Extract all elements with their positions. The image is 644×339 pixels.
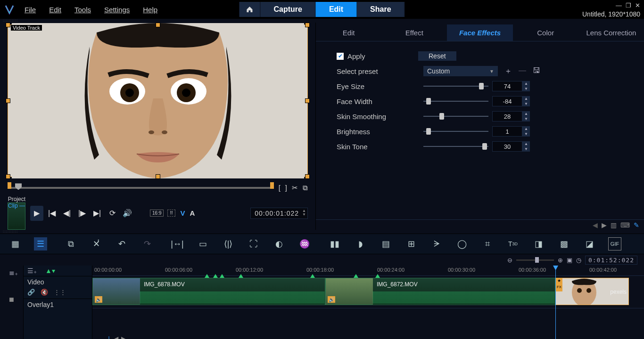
timeline-view-icon[interactable]: ☰ bbox=[34, 237, 47, 250]
transform-handle[interactable] bbox=[305, 98, 310, 103]
video-toggle[interactable]: V bbox=[180, 209, 185, 217]
track-add-icon[interactable]: ☰₊ bbox=[27, 267, 37, 274]
step-fwd-button[interactable]: |▶ bbox=[75, 206, 89, 221]
timecode-spinner[interactable]: ▲▼ bbox=[302, 209, 306, 217]
face-width-value[interactable]: -84 bbox=[492, 96, 522, 106]
add-preset-icon[interactable]: ＋ bbox=[504, 66, 512, 76]
tab-prop-edit[interactable]: Edit bbox=[316, 24, 381, 41]
transform-handle[interactable] bbox=[305, 174, 310, 179]
grid-icon[interactable]: ⊞ bbox=[405, 237, 418, 250]
mask-icon[interactable]: ◨ bbox=[532, 237, 545, 250]
scroll-right-icon[interactable]: ▶ bbox=[121, 335, 125, 339]
camera-icon[interactable]: ■ bbox=[9, 295, 14, 305]
tab-share[interactable]: Share bbox=[357, 2, 405, 17]
zoom-slider[interactable] bbox=[516, 259, 554, 261]
copy-clip-icon[interactable]: ⧉ bbox=[303, 184, 308, 192]
tab-capture[interactable]: Capture bbox=[260, 2, 315, 17]
lock-icon[interactable]: ⋮⋮ bbox=[54, 289, 66, 296]
reset-button[interactable]: Reset bbox=[418, 51, 456, 61]
eye-size-slider[interactable] bbox=[423, 81, 488, 91]
tab-edit[interactable]: Edit bbox=[316, 2, 357, 17]
skin-smoothing-slider[interactable] bbox=[423, 112, 488, 121]
clip-item[interactable]: IMG_6872.MOV 🔊 bbox=[325, 278, 555, 305]
clip-item[interactable]: IMG_6878.MOV 🔊 bbox=[92, 278, 325, 305]
pan-zoom-icon[interactable]: ▭ bbox=[196, 237, 209, 250]
tab-prop-lens[interactable]: Lens Correction bbox=[578, 24, 644, 41]
timecode-display[interactable]: 00:00:01:022 ▲▼ bbox=[250, 208, 308, 219]
trim-out-flag[interactable] bbox=[270, 182, 274, 189]
trim-track[interactable] bbox=[8, 187, 274, 189]
storyboard-view-icon[interactable]: ▦ bbox=[8, 237, 22, 250]
redo-icon[interactable]: ↷ bbox=[140, 237, 154, 250]
fx-icon[interactable]: ▩ bbox=[557, 237, 570, 250]
skin-tone-slider[interactable] bbox=[423, 142, 488, 151]
edit-pen-icon[interactable]: ✎ bbox=[634, 221, 639, 229]
mark-in-icon[interactable]: [ bbox=[279, 184, 281, 192]
clock-icon[interactable]: ◷ bbox=[576, 257, 581, 264]
split-icon[interactable]: ✂ bbox=[292, 184, 298, 192]
eye-size-spinner[interactable]: ▲▼ bbox=[522, 81, 530, 91]
skin-tone-spinner[interactable]: ▲▼ bbox=[522, 141, 530, 152]
speaker-icon[interactable]: 🔊 bbox=[328, 296, 335, 303]
volume-icon[interactable]: 🔊 bbox=[121, 206, 134, 221]
time-ruler[interactable]: 00:00:00:00 00:00:06:00 00:00:12:00 00:0… bbox=[92, 266, 644, 276]
motion-icon[interactable]: ᗒ bbox=[430, 237, 443, 250]
3d-title-icon[interactable]: T3D bbox=[506, 237, 520, 250]
resize-icon[interactable]: ⛶ bbox=[247, 237, 260, 250]
track-marker-icon[interactable]: ▲▾ bbox=[45, 267, 55, 274]
audio-toggle[interactable]: A bbox=[190, 209, 195, 217]
menu-edit[interactable]: Edit bbox=[49, 6, 61, 14]
transform-handle[interactable] bbox=[156, 23, 160, 27]
brightness-slider[interactable] bbox=[423, 127, 488, 136]
aspect-ratio-button[interactable]: 16:9 bbox=[150, 210, 164, 217]
panel-layout-icon[interactable]: ▥ bbox=[611, 221, 617, 229]
close-icon[interactable]: ✕ bbox=[635, 2, 640, 9]
brightness-spinner[interactable]: ▲▼ bbox=[522, 126, 530, 137]
preset-dropdown[interactable]: Custom▼ bbox=[423, 66, 498, 76]
minimize-icon[interactable]: — bbox=[616, 2, 622, 9]
go-end-button[interactable]: ▶| bbox=[91, 206, 104, 221]
apply-checkbox[interactable]: ✔ bbox=[337, 53, 344, 60]
transform-handle[interactable] bbox=[305, 23, 310, 27]
fit-timeline-icon[interactable]: ▣ bbox=[567, 257, 572, 264]
tab-prop-face-effects[interactable]: Face Effects bbox=[447, 24, 512, 41]
fit-width-icon[interactable]: |↔| bbox=[171, 237, 184, 250]
remove-preset-icon[interactable]: — bbox=[519, 66, 526, 76]
trim-playhead[interactable] bbox=[15, 183, 22, 190]
tab-prop-effect[interactable]: Effect bbox=[381, 24, 447, 41]
overlay-track-header[interactable]: Overlay1 bbox=[24, 299, 92, 310]
play-button[interactable]: ▶ bbox=[30, 206, 43, 221]
gif-icon[interactable]: GIF bbox=[608, 237, 621, 250]
scroll-right-icon[interactable]: ▶ bbox=[602, 221, 607, 229]
clip-item[interactable]: ★ FX pexels bbox=[555, 278, 629, 305]
overlay-clips-row[interactable] bbox=[92, 308, 644, 320]
tl-menu-icon[interactable]: ≣₊ bbox=[9, 269, 18, 276]
skin-smoothing-spinner[interactable]: ▲▼ bbox=[522, 111, 530, 121]
transform-handle[interactable] bbox=[6, 98, 10, 103]
menu-help[interactable]: Help bbox=[143, 6, 157, 14]
transition-icon[interactable]: ▮▮ bbox=[328, 237, 341, 250]
tools-icon[interactable]: ✕̾ bbox=[90, 237, 103, 250]
keyboard-icon[interactable]: ⌨ bbox=[620, 221, 630, 229]
add-track-below-icon[interactable]: ⤓ bbox=[107, 335, 111, 339]
audio-wave-icon[interactable]: ♒ bbox=[298, 237, 311, 250]
step-back-button[interactable]: ◀| bbox=[60, 206, 74, 221]
face-width-spinner[interactable]: ▲▼ bbox=[522, 96, 530, 106]
preview-canvas[interactable]: Video Track bbox=[8, 24, 308, 177]
split-tool-icon[interactable]: ⟨|⟩ bbox=[222, 237, 235, 250]
title-icon[interactable]: ▤ bbox=[379, 237, 392, 250]
color-wheel-icon[interactable]: ◐ bbox=[272, 237, 286, 250]
trim-in-flag[interactable] bbox=[8, 182, 11, 189]
track-motion-icon[interactable]: ◯ bbox=[455, 237, 469, 250]
face-width-slider[interactable] bbox=[423, 97, 488, 106]
zoom-in-icon[interactable]: ⊕ bbox=[558, 257, 563, 264]
mark-out-icon[interactable]: ] bbox=[285, 184, 287, 192]
skin-tone-value[interactable]: 30 bbox=[492, 141, 522, 152]
scroll-left-icon[interactable]: ◀ bbox=[593, 221, 598, 229]
transform-handle[interactable] bbox=[6, 174, 10, 179]
brightness-value[interactable]: 1 bbox=[492, 126, 522, 137]
exposure-icon[interactable]: ◪ bbox=[583, 237, 596, 250]
go-start-button[interactable]: |◀ bbox=[45, 206, 58, 221]
menu-file[interactable]: File bbox=[25, 6, 36, 14]
restore-icon[interactable]: ❐ bbox=[626, 2, 631, 9]
